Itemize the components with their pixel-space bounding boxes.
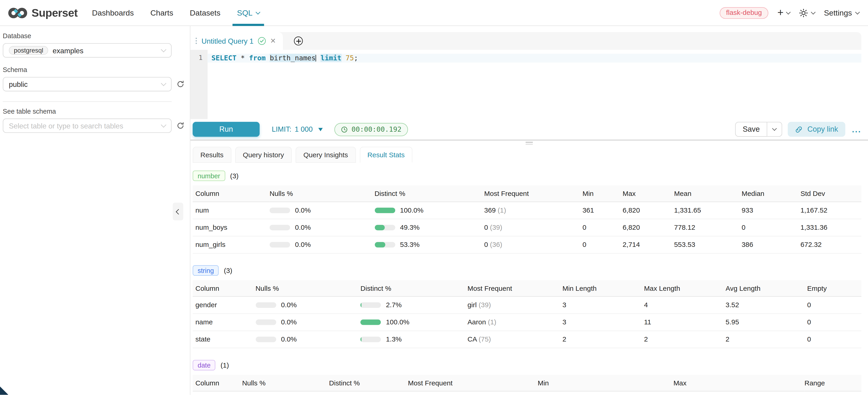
pct-bar-group: 0.0% bbox=[270, 224, 370, 232]
query-success-icon bbox=[258, 37, 266, 45]
stat-value-cell: 0 bbox=[807, 297, 861, 314]
brand[interactable]: Superset bbox=[8, 6, 78, 19]
pct-label: 53.3% bbox=[400, 241, 420, 249]
limit-dropdown[interactable]: LIMIT: 1 000 bbox=[272, 125, 323, 133]
progress-bar bbox=[375, 208, 395, 213]
tab-results[interactable]: Results bbox=[193, 147, 231, 163]
nulls-pct-cell: 0.0% bbox=[270, 236, 374, 253]
progress-bar bbox=[361, 320, 381, 325]
plus-icon bbox=[296, 38, 301, 43]
pane-divider bbox=[190, 140, 868, 147]
stat-value-cell: same day bbox=[804, 391, 861, 395]
stats-section-string: string(3)ColumnNulls %Distinct %Most Fre… bbox=[193, 265, 861, 348]
pct-bar-group: 0.0% bbox=[255, 318, 356, 326]
nulls-pct-cell: 0.0% bbox=[255, 297, 361, 314]
new-item-button[interactable]: + bbox=[777, 9, 790, 17]
schema-select[interactable]: public bbox=[3, 77, 172, 91]
stat-value-cell: 0 bbox=[807, 314, 861, 331]
nav-item-sql[interactable]: SQL bbox=[237, 0, 259, 26]
theme-toggle[interactable] bbox=[799, 8, 815, 18]
collapse-sidebar-button[interactable] bbox=[173, 203, 183, 221]
resize-grip[interactable] bbox=[526, 142, 533, 146]
tab-query-insights[interactable]: Query Insights bbox=[296, 147, 356, 163]
type-badge-date: date bbox=[193, 360, 216, 370]
stats-table: ColumnNulls %Distinct %Most FrequentMinM… bbox=[193, 185, 861, 253]
sidebar-divider bbox=[3, 101, 172, 102]
nav-item-dashboards[interactable]: Dashboards bbox=[92, 0, 134, 26]
most-frequent-count: (1) bbox=[486, 318, 496, 326]
table-select-row: Select table or type to search tables bbox=[3, 118, 190, 133]
pct-label: 1.3% bbox=[386, 336, 402, 343]
nav-sql-label: SQL bbox=[237, 8, 252, 17]
pct-label: 100.0% bbox=[400, 206, 424, 214]
nav-item-datasets[interactable]: Datasets bbox=[190, 0, 221, 26]
progress-fill bbox=[375, 242, 385, 247]
refresh-tables-button[interactable] bbox=[177, 122, 184, 130]
table-select[interactable]: Select table or type to search tables bbox=[3, 118, 172, 133]
database-select[interactable]: postgresql examples bbox=[3, 43, 172, 58]
tab-result-stats[interactable]: Result Stats bbox=[360, 147, 412, 163]
pct-bar-group: 1.3% bbox=[361, 336, 463, 343]
stat-value-cell: 2 bbox=[725, 331, 807, 348]
column-name-cell: state bbox=[193, 331, 255, 348]
pct-bar-group: 0.0% bbox=[270, 206, 370, 214]
column-header: Min Length bbox=[562, 280, 644, 297]
section-header: string(3) bbox=[193, 265, 861, 276]
column-header: Most Frequent bbox=[408, 375, 538, 391]
stat-value-cell: 0 bbox=[583, 236, 623, 253]
most-frequent-count: (1) bbox=[496, 206, 506, 214]
code-token: birth_names bbox=[270, 54, 316, 62]
tab-query-history[interactable]: Query history bbox=[235, 147, 292, 163]
table-row: gender0.0%2.7%girl (39)343.520 bbox=[193, 297, 861, 314]
nav-item-charts[interactable]: Charts bbox=[150, 0, 173, 26]
refresh-schemas-button[interactable] bbox=[177, 80, 184, 88]
stats-header-row: ColumnNulls %Distinct %Most FrequentMinM… bbox=[193, 375, 861, 391]
schema-row: public bbox=[3, 77, 190, 91]
nulls-pct-cell: 0.0% bbox=[242, 391, 329, 395]
stat-value-cell: 3 bbox=[562, 297, 644, 314]
chevron-left-icon bbox=[176, 209, 181, 214]
limit-label: LIMIT: bbox=[272, 125, 291, 133]
elapsed-time: 00:00:00.192 bbox=[351, 125, 402, 133]
result-tabs: ResultsQuery historyQuery InsightsResult… bbox=[190, 147, 868, 163]
elapsed-time-badge: 00:00:00.192 bbox=[334, 123, 408, 136]
stat-value-cell: 1965-01-01T03:00:00.000Z bbox=[538, 391, 674, 395]
table-row: state0.0%1.3%CA (75)2220 bbox=[193, 331, 861, 348]
stat-value-cell: 3.52 bbox=[725, 297, 807, 314]
copy-link-button[interactable]: Copy link bbox=[788, 122, 845, 137]
section-header: number(3) bbox=[193, 171, 861, 181]
sql-code-editor[interactable]: 1 SELECT * from birth_names limit 75; bbox=[190, 50, 868, 119]
stats-section-date: date(1)ColumnNulls %Distinct %Most Frequ… bbox=[193, 360, 861, 395]
most-frequent-cell: 369 (1) bbox=[484, 202, 583, 219]
code-area[interactable]: SELECT * from birth_names limit 75; bbox=[208, 50, 868, 119]
close-tab-icon[interactable]: ✕ bbox=[270, 37, 276, 44]
pct-bar-group: 0.0% bbox=[255, 336, 356, 343]
stat-value-cell: 933 bbox=[742, 202, 800, 219]
code-token bbox=[341, 54, 346, 62]
run-button[interactable]: Run bbox=[193, 122, 259, 137]
column-header: Min bbox=[538, 375, 674, 391]
more-actions-button[interactable]: ... bbox=[852, 126, 861, 132]
most-frequent-cell: 0 (39) bbox=[484, 219, 583, 236]
superset-logo-icon bbox=[8, 7, 28, 19]
sql-editor-panel: Untitled Query 1 ✕ 1 bbox=[190, 26, 868, 395]
progress-bar bbox=[361, 302, 381, 308]
column-name-cell: num bbox=[193, 202, 270, 219]
settings-menu[interactable]: Settings bbox=[824, 8, 859, 17]
code-token: 75 bbox=[346, 54, 354, 62]
pct-bar-group: 2.7% bbox=[361, 301, 463, 309]
stats-header-row: ColumnNulls %Distinct %Most FrequentMinM… bbox=[193, 185, 861, 202]
column-count: (3) bbox=[224, 267, 232, 274]
environment-tag: flask-debug bbox=[719, 7, 769, 19]
sun-icon bbox=[799, 8, 808, 18]
column-name-cell: gender bbox=[193, 297, 255, 314]
pct-bar-group: 100.0% bbox=[375, 206, 480, 214]
most-frequent-count: (39) bbox=[477, 301, 491, 309]
pct-label: 100.0% bbox=[386, 318, 409, 326]
distinct-pct-cell: 49.3% bbox=[375, 219, 484, 236]
column-header: Distinct % bbox=[329, 375, 408, 391]
save-button[interactable]: Save bbox=[735, 122, 768, 137]
column-header: Nulls % bbox=[255, 280, 361, 297]
query-tab[interactable]: Untitled Query 1 ✕ bbox=[190, 32, 283, 50]
save-options-button[interactable] bbox=[768, 122, 782, 137]
